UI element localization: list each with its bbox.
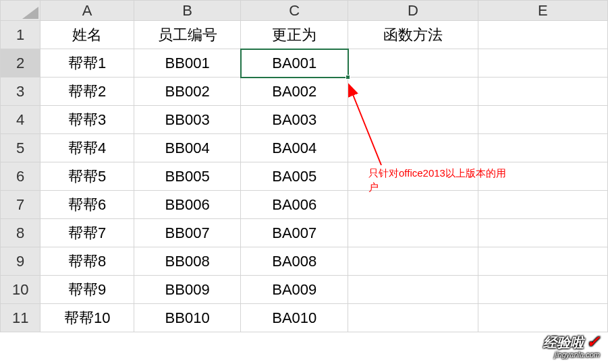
cell-a6[interactable]: 帮帮5 [40, 162, 134, 191]
row-header-1[interactable]: 1 [1, 21, 40, 49]
col-header-c[interactable]: C [241, 1, 348, 21]
cell-c4[interactable]: BA003 [241, 106, 348, 134]
cell-d3[interactable] [348, 78, 478, 106]
cell-b9[interactable]: BB008 [134, 247, 241, 276]
cell-e1[interactable] [478, 21, 607, 49]
annotation-line2: 户 [368, 181, 379, 193]
cell-b1[interactable]: 员工编号 [134, 21, 241, 49]
cell-e3[interactable] [478, 78, 607, 106]
row-header-3[interactable]: 3 [1, 78, 40, 106]
cell-e4[interactable] [478, 106, 607, 134]
cell-c8[interactable]: BA007 [241, 219, 348, 247]
table-row: 10 帮帮9 BB009 BA009 [1, 276, 608, 304]
watermark-title: 经验啦✓ [543, 332, 600, 352]
row-header-7[interactable]: 7 [1, 191, 40, 219]
cell-c5[interactable]: BA004 [241, 134, 348, 162]
row-header-8[interactable]: 8 [1, 219, 40, 247]
row-header-2[interactable]: 2 [1, 49, 40, 78]
cell-d1[interactable]: 函数方法 [348, 21, 478, 49]
row-header-4[interactable]: 4 [1, 106, 40, 134]
cell-c9[interactable]: BA008 [241, 247, 348, 276]
annotation-text: 只针对office2013以上版本的用 户 [368, 166, 524, 194]
cell-b10[interactable]: BB009 [134, 276, 241, 304]
check-icon: ✓ [586, 332, 600, 351]
cell-e10[interactable] [478, 276, 607, 304]
cell-a9[interactable]: 帮帮8 [40, 247, 134, 276]
table-row: 11 帮帮10 BB010 BA010 [1, 304, 608, 332]
row-header-9[interactable]: 9 [1, 247, 40, 276]
table-row: 9 帮帮8 BB008 BA008 [1, 247, 608, 276]
table-row: 3 帮帮2 BB002 BA002 [1, 78, 608, 106]
table-row: 5 帮帮4 BB004 BA004 [1, 134, 608, 162]
col-header-d[interactable]: D [348, 1, 478, 21]
table-row: 2 帮帮1 BB001 BA001 [1, 49, 608, 78]
cell-e8[interactable] [478, 219, 607, 247]
cell-c1[interactable]: 更正为 [241, 21, 348, 49]
cell-c2-selected[interactable]: BA001 [241, 49, 348, 78]
cell-a10[interactable]: 帮帮9 [40, 276, 134, 304]
table-row: 1 姓名 员工编号 更正为 函数方法 [1, 21, 608, 49]
cell-e7[interactable] [478, 191, 607, 219]
cell-d7[interactable] [348, 191, 478, 219]
cell-c7[interactable]: BA006 [241, 191, 348, 219]
cell-d5[interactable] [348, 134, 478, 162]
cell-a11[interactable]: 帮帮10 [40, 304, 134, 332]
cell-a1[interactable]: 姓名 [40, 21, 134, 49]
col-header-a[interactable]: A [40, 1, 134, 21]
table-row: 7 帮帮6 BB006 BA006 [1, 191, 608, 219]
cell-c6[interactable]: BA005 [241, 162, 348, 191]
cell-c10[interactable]: BA009 [241, 276, 348, 304]
cell-a2[interactable]: 帮帮1 [40, 49, 134, 78]
cell-d8[interactable] [348, 219, 478, 247]
cell-b4[interactable]: BB003 [134, 106, 241, 134]
select-all-triangle-icon [22, 7, 38, 19]
cell-a7[interactable]: 帮帮6 [40, 191, 134, 219]
annotation-line1: 只针对office2013以上版本的用 [368, 167, 506, 179]
cell-d2[interactable] [348, 49, 478, 78]
watermark: 经验啦✓ jingyanla.com [543, 332, 600, 359]
cell-b8[interactable]: BB007 [134, 219, 241, 247]
col-header-e[interactable]: E [478, 1, 607, 21]
row-header-11[interactable]: 11 [1, 304, 40, 332]
cell-b3[interactable]: BB002 [134, 78, 241, 106]
cell-e9[interactable] [478, 247, 607, 276]
cell-b6[interactable]: BB005 [134, 162, 241, 191]
cell-b7[interactable]: BB006 [134, 191, 241, 219]
cell-d4[interactable] [348, 106, 478, 134]
fill-handle[interactable] [346, 75, 350, 80]
select-all-corner[interactable] [1, 1, 40, 21]
cell-e11[interactable] [478, 304, 607, 332]
cell-a4[interactable]: 帮帮3 [40, 106, 134, 134]
cell-d9[interactable] [348, 247, 478, 276]
cell-d10[interactable] [348, 276, 478, 304]
col-header-b[interactable]: B [134, 1, 241, 21]
table-row: 4 帮帮3 BB003 BA003 [1, 106, 608, 134]
cell-e5[interactable] [478, 134, 607, 162]
cell-value: BA001 [272, 55, 316, 71]
row-header-10[interactable]: 10 [1, 276, 40, 304]
cell-a3[interactable]: 帮帮2 [40, 78, 134, 106]
cell-d11[interactable] [348, 304, 478, 332]
column-header-row: A B C D E [1, 1, 608, 21]
cell-c3[interactable]: BA002 [241, 78, 348, 106]
cell-a8[interactable]: 帮帮7 [40, 219, 134, 247]
table-row: 8 帮帮7 BB007 BA007 [1, 219, 608, 247]
cell-c11[interactable]: BA010 [241, 304, 348, 332]
cell-b5[interactable]: BB004 [134, 134, 241, 162]
row-header-6[interactable]: 6 [1, 162, 40, 191]
cell-b11[interactable]: BB010 [134, 304, 241, 332]
cell-e2[interactable] [478, 49, 607, 78]
cell-a5[interactable]: 帮帮4 [40, 134, 134, 162]
cell-b2[interactable]: BB001 [134, 49, 241, 78]
row-header-5[interactable]: 5 [1, 134, 40, 162]
